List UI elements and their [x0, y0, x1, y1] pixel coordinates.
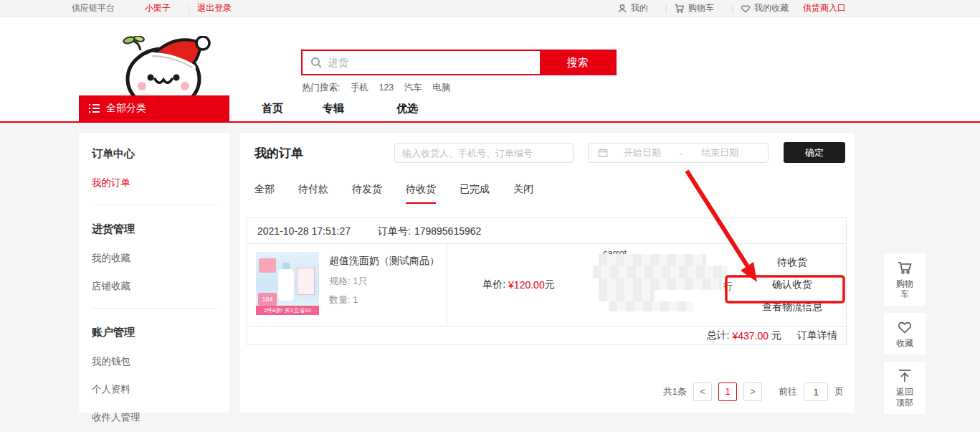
- order-product-cell: 184 2件8折! 买2立省92 超值洗面奶（测试商品） 规格: 1只 数量: …: [247, 244, 447, 326]
- date-end-placeholder: 结束日期: [701, 146, 738, 159]
- order-header: 2021-10-28 17:51:27 订单号: 179895615962: [247, 218, 846, 244]
- person-icon: [617, 4, 627, 14]
- sidebar-item-my-favorites[interactable]: 我的收藏: [92, 252, 229, 265]
- view-logistics-link[interactable]: 查看物流信息: [762, 301, 822, 314]
- thumb-card: [297, 268, 315, 295]
- order-filter-input[interactable]: [394, 143, 574, 163]
- pagination-goto-input[interactable]: [804, 382, 828, 401]
- censor-mosaic: [609, 301, 693, 311]
- order-status-badge: 待收货: [777, 256, 807, 269]
- product-thumbnail[interactable]: 184 2件8折! 买2立省92: [256, 252, 319, 315]
- nav-featured[interactable]: 优选: [396, 95, 418, 121]
- sidebar-group-purchase: 进货管理: [92, 222, 229, 236]
- censor-mosaic: [599, 254, 706, 266]
- sidebar-item-wallet[interactable]: 我的钱包: [92, 355, 229, 368]
- topbar-divider: |: [665, 4, 667, 14]
- unit-price-suffix: 元: [545, 278, 555, 291]
- my-account-link[interactable]: 我的: [617, 2, 648, 14]
- nav-albums[interactable]: 专辑: [323, 95, 344, 121]
- pagination-page-1[interactable]: 1: [718, 382, 737, 401]
- tab-pending-shipment[interactable]: 待发货: [352, 183, 382, 204]
- pagination-goto-label: 前往: [779, 385, 797, 398]
- sidebar-group-order-center: 订单中心: [92, 147, 229, 161]
- thumb-promo-banner: 2件8折! 买2立省92: [256, 306, 319, 315]
- platform-name: 供应链平台: [72, 2, 115, 14]
- censor-mosaic: [599, 278, 722, 290]
- date-separator: -: [680, 148, 682, 159]
- pagination: 共1条 < 1 > 前往 页: [663, 382, 844, 401]
- topbar-divider: |: [188, 4, 190, 14]
- pagination-prev-button[interactable]: <: [693, 382, 712, 401]
- arrow-up-icon: [897, 368, 913, 384]
- nav-home[interactable]: 首页: [262, 95, 283, 121]
- address-partial-char: 行: [723, 280, 733, 293]
- confirm-receipt-button[interactable]: 确认收货: [772, 278, 812, 291]
- search-input[interactable]: [303, 51, 540, 74]
- sidebar-item-profile[interactable]: 个人资料: [92, 383, 229, 396]
- product-spec: 规格: 1只: [329, 275, 439, 288]
- sidebar-item-recipients[interactable]: 收件人管理: [92, 411, 229, 424]
- hot-search-item[interactable]: 手机: [351, 83, 368, 93]
- search-icon: [310, 57, 323, 69]
- back-to-top-button[interactable]: 返回顶部: [884, 362, 926, 414]
- cart-link[interactable]: 购物车: [675, 2, 714, 14]
- float-cart-button[interactable]: 购物车: [884, 253, 926, 306]
- tab-completed[interactable]: 已完成: [460, 183, 490, 204]
- favorites-link[interactable]: 我的收藏: [741, 2, 789, 14]
- total-suffix: 元: [771, 329, 781, 342]
- calendar-icon: [598, 148, 608, 158]
- censor-mosaic: [593, 266, 728, 278]
- search-box: 搜索: [301, 50, 617, 75]
- order-created-at: 2021-10-28 17:51:27: [257, 218, 351, 243]
- hot-search-item[interactable]: 汽车: [404, 83, 422, 93]
- page-content: 订单中心 我的订单 进货管理 我的收藏 店铺收藏 账户管理 我的钱包 个人资料 …: [0, 123, 980, 432]
- order-actions-cell: 待收货 确认收货 查看物流信息: [738, 244, 846, 326]
- order-no: 179895615962: [414, 218, 481, 243]
- product-name[interactable]: 超值洗面奶（测试商品）: [329, 255, 439, 268]
- list-icon: [89, 104, 100, 113]
- unit-price-value: ¥120.00: [508, 279, 545, 291]
- sidebar-item-my-orders[interactable]: 我的订单: [92, 177, 229, 189]
- tab-pending-receipt[interactable]: 待收货: [406, 183, 436, 204]
- order-status-tabs: 全部 待付款 待发货 待收货 已完成 关闭: [254, 183, 533, 204]
- pagination-next-button[interactable]: >: [743, 382, 762, 401]
- unit-price-label: 单价:: [482, 278, 505, 291]
- censor-mosaic: [599, 290, 655, 301]
- order-price-cell: 单价: ¥120.00 元: [447, 244, 590, 326]
- sidebar-item-shop-favorites[interactable]: 店铺收藏: [92, 280, 229, 293]
- pagination-total: 共1条: [663, 385, 687, 398]
- page-title: 我的订单: [254, 145, 303, 161]
- float-favorite-button[interactable]: 收藏: [884, 313, 926, 354]
- all-categories-button[interactable]: 全部分类: [79, 95, 229, 121]
- tab-pending-payment[interactable]: 待付款: [298, 183, 328, 204]
- supplier-entry-link[interactable]: 供货商入口: [803, 2, 846, 14]
- order-detail-link[interactable]: 订单详情: [797, 329, 837, 342]
- total-value: ¥437.00: [732, 330, 769, 342]
- order-footer: 总计: ¥437.00 元 订单详情: [247, 326, 846, 344]
- tab-all[interactable]: 全部: [254, 183, 275, 204]
- confirm-filter-button[interactable]: 确定: [784, 142, 845, 163]
- heart-icon: [741, 4, 751, 14]
- product-qty: 数量: 1: [329, 294, 439, 306]
- hot-search-item[interactable]: 电脑: [432, 83, 450, 93]
- order-body: 184 2件8折! 买2立省92 超值洗面奶（测试商品） 规格: 1只 数量: …: [247, 244, 846, 326]
- floating-toolbar: 购物车 收藏 返回顶部: [884, 253, 926, 421]
- date-range-picker[interactable]: 开始日期 - 结束日期: [588, 143, 769, 163]
- hot-search: 热门搜索: 手机 123 汽车 电脑: [302, 82, 458, 94]
- username-link[interactable]: 小栗子: [145, 2, 171, 14]
- tab-closed[interactable]: 关闭: [513, 183, 533, 204]
- hot-search-item[interactable]: 123: [379, 83, 394, 93]
- order-card: 2021-10-28 17:51:27 订单号: 179895615962 18…: [247, 217, 847, 345]
- order-address-cell: carrot 行: [590, 244, 738, 326]
- search-button[interactable]: 搜索: [540, 51, 615, 74]
- thumb-badge: [259, 258, 276, 273]
- topbar-divider: |: [731, 4, 733, 14]
- sidebar-divider: [92, 205, 217, 205]
- orders-panel: 我的订单 开始日期 - 结束日期 确定 全部 待付款 待发货 待收货 已完成 关…: [240, 133, 855, 413]
- cart-icon: [897, 260, 913, 276]
- site-header: 搜索 热门搜索: 手机 123 汽车 电脑 全部分类 首页 专辑 优选: [0, 17, 980, 121]
- total-label: 总计:: [707, 329, 730, 342]
- topbar: 供应链平台 小栗子 | 退出登录 我的 | 购物车 | 我的收藏 供货商入口: [0, 0, 980, 17]
- order-no-label: 订单号:: [378, 218, 411, 243]
- logout-link[interactable]: 退出登录: [197, 2, 232, 14]
